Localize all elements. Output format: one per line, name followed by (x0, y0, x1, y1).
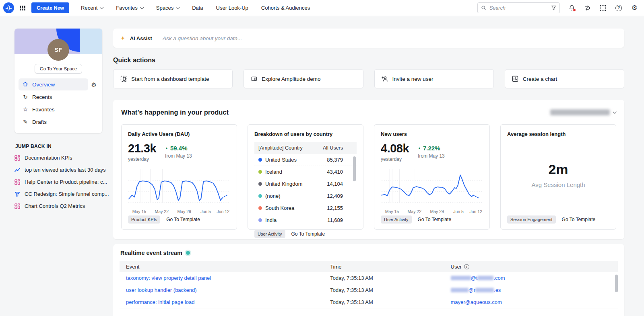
table-row[interactable]: user lookup handler (backend) Today, 7:3… (120, 284, 618, 296)
country-table-header: [Amplitude] Country All Users (254, 142, 357, 154)
dashboard-icon (14, 179, 21, 185)
up-arrow-icon: ▲ (418, 147, 421, 150)
invite-user-icon (381, 76, 388, 82)
series-dot-icon (258, 206, 262, 210)
filter-icon[interactable] (551, 5, 556, 10)
ai-assist-bar[interactable]: ✦ AI Assist Ask a question about your da… (113, 29, 624, 48)
notification-badge (573, 8, 576, 12)
sidebar-item-overview[interactable]: Overview (19, 78, 88, 90)
category-chip[interactable]: Session Engagement (507, 215, 556, 224)
event-link[interactable]: taxonomy: view property detail panel (126, 275, 330, 281)
top-navigation: Create New Recent Favorites Spaces Data … (0, 0, 644, 16)
template-icon (120, 76, 127, 82)
kpi-card-session-length[interactable]: Average session length 2m Avg Session Le… (500, 124, 616, 230)
table-row[interactable]: taxonomy: view property detail panel Tod… (120, 272, 618, 284)
table-row[interactable]: South Korea 12,155 (254, 202, 357, 214)
search-input[interactable] (489, 5, 549, 11)
redacted-text (451, 288, 469, 292)
project-selector[interactable] (550, 109, 616, 115)
user-link[interactable]: mayer@aqueous.com (451, 299, 618, 305)
profile-card: SF Go To Your Space Overview ⚙ ↻ Recents (14, 29, 102, 133)
ai-assist-placeholder: Ask a question about your data... (163, 35, 242, 41)
ai-assist-label: AI Assist (130, 35, 152, 41)
quick-actions-title: Quick actions (113, 57, 624, 64)
jump-item[interactable]: CC Redesign: Simple funnel comp... (14, 191, 102, 197)
quick-action-create-chart[interactable]: Create a chart (505, 69, 624, 88)
sidebar-item-recents[interactable]: ↻ Recents (19, 91, 98, 103)
kpi-card-new-users[interactable]: New users 4.08k yesterday ▲ 7.22% from M… (374, 124, 490, 230)
search-box[interactable] (477, 2, 560, 13)
nav-recent[interactable]: Recent (76, 5, 107, 11)
jump-item[interactable]: Help Center to Product pipeline: c... (14, 179, 102, 185)
dashboard-icon (14, 203, 21, 209)
quick-action-dashboard-template[interactable]: Start from a dashboard template (113, 69, 233, 88)
info-icon[interactable]: i (464, 264, 469, 269)
dau-delta: ▲ 59.4% (165, 145, 192, 151)
pathfinder-icon[interactable] (583, 4, 591, 12)
series-dot-icon (258, 170, 262, 174)
jump-item[interactable]: Chart Controls Q2 Metrics (14, 203, 102, 209)
quick-action-explore-demo[interactable]: Explore Amplitude demo (244, 69, 363, 88)
jump-item[interactable]: top ten viewed articles last 30 days (14, 167, 102, 173)
table-row[interactable]: India 11,689 (254, 214, 357, 226)
demo-laptop-icon (250, 76, 258, 82)
x-axis-labels: May 15 May 22 May 29 Jun 5 Jun 12 (128, 209, 230, 215)
dau-line-chart (128, 166, 230, 208)
nav-spaces[interactable]: Spaces (152, 5, 184, 11)
new-users-value: 4.08k (381, 143, 409, 154)
category-chip[interactable]: User Activity (381, 215, 412, 224)
series-dot-icon (258, 158, 262, 162)
redacted-text (451, 276, 471, 280)
chevron-down-icon (140, 5, 144, 9)
table-row[interactable]: United Kingdom 14,104 (254, 178, 357, 190)
go-to-template-link[interactable]: Go To Template (291, 231, 325, 237)
profile-banner: SF (14, 29, 102, 54)
section-title: Realtime event stream (120, 250, 182, 256)
jump-back-in-title: JUMP BACK IN (15, 144, 101, 149)
quick-action-invite-user[interactable]: Invite a new user (374, 69, 494, 88)
category-chip[interactable]: User Activity (254, 230, 285, 238)
sidebar-item-favorites[interactable]: ☆ Favorites (19, 103, 98, 115)
scrollbar-thumb[interactable] (615, 275, 618, 292)
table-row[interactable]: performance: initial page load Today, 7:… (120, 296, 618, 308)
kpi-card-country-breakdown[interactable]: Breakdown of users by country [Amplitude… (248, 124, 363, 230)
category-chip[interactable]: Product KPIs (128, 215, 160, 224)
kpi-card-dau[interactable]: Daily Active Users (DAU) 21.3k yesterday… (121, 124, 237, 230)
country-table: [Amplitude] Country All Users United Sta… (254, 142, 357, 226)
settings-gear-icon[interactable]: ⚙ (630, 4, 638, 12)
help-icon[interactable]: ? (615, 4, 623, 12)
nav-cohorts-audiences[interactable]: Cohorts & Audiences (257, 5, 314, 11)
notifications-bell-icon[interactable] (568, 4, 576, 12)
nav-data[interactable]: Data (188, 5, 207, 11)
avatar[interactable]: SF (47, 39, 69, 61)
go-to-template-link[interactable]: Go To Template (166, 217, 200, 222)
user-link[interactable]: @t.com (451, 275, 618, 281)
go-to-template-link[interactable]: Go To Template (418, 217, 452, 222)
sidebar-item-drafts[interactable]: ✎ Drafts (19, 116, 98, 128)
series-dot-icon (258, 218, 262, 222)
user-link[interactable]: @r.es (451, 287, 618, 293)
session-replay-icon[interactable] (599, 4, 607, 12)
nav-favorites[interactable]: Favorites (111, 5, 147, 11)
home-icon (22, 81, 29, 88)
table-row[interactable]: (none) 12,409 (254, 190, 357, 202)
space-settings-gear-icon[interactable]: ⚙ (88, 81, 98, 88)
go-to-template-link[interactable]: Go To Template (562, 217, 596, 222)
dau-value: 21.3k (128, 143, 156, 154)
table-row[interactable]: United States 85,379 (254, 154, 357, 166)
jump-item[interactable]: Documentation KPIs (14, 155, 102, 161)
app-launcher-icon[interactable] (20, 6, 26, 10)
go-to-your-space-button[interactable]: Go To Your Space (35, 64, 83, 74)
nav-user-lookup[interactable]: User Look-Up (212, 5, 253, 11)
scrollbar-thumb[interactable] (353, 156, 356, 181)
dashboard-icon (14, 155, 21, 161)
chevron-down-icon (100, 5, 104, 9)
amplitude-logo-icon[interactable] (3, 2, 14, 13)
x-axis-labels: May 15 May 22 May 29 Jun 5 Jun 12 (381, 209, 483, 215)
event-link[interactable]: user lookup handler (backend) (126, 287, 330, 293)
event-link[interactable]: performance: initial page load (126, 299, 330, 305)
whats-happening-section: What’s happening in your product Daily A… (113, 100, 624, 239)
sidebar: SF Go To Your Space Overview ⚙ ↻ Recents (14, 29, 102, 215)
create-new-button[interactable]: Create New (31, 2, 69, 13)
table-row[interactable]: Iceland 43,410 (254, 166, 357, 178)
